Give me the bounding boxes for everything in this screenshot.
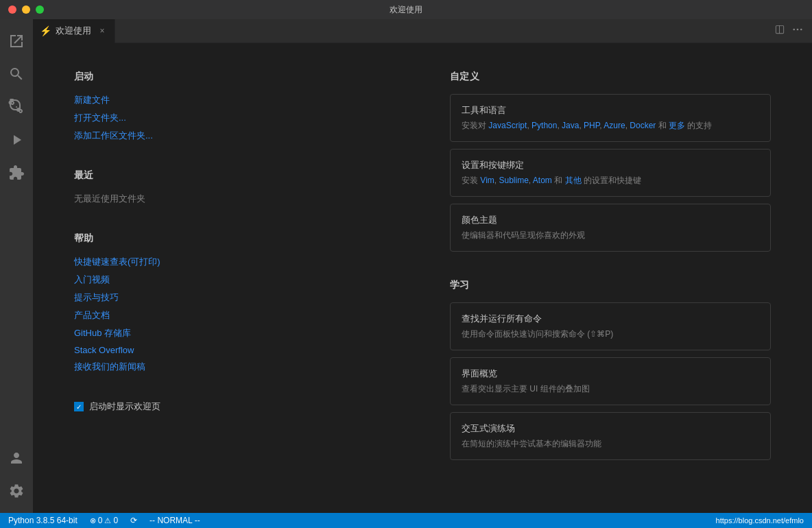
activity-run[interactable] — [0, 123, 33, 156]
interactive-playground-card[interactable]: 交互式演练场 在简短的演练中尝试基本的编辑器功能 — [450, 412, 771, 460]
help-title: 帮助 — [74, 232, 395, 245]
split-editor-button[interactable] — [772, 22, 787, 40]
activity-settings[interactable] — [0, 475, 33, 507]
tools-languages-desc: 安装对 JavaScript, Python, Java, PHP, Azure… — [462, 119, 759, 132]
activity-extensions[interactable] — [0, 156, 33, 189]
vim-mode-status[interactable]: -- NORMAL -- — [147, 516, 203, 525]
activity-explorer[interactable] — [0, 25, 33, 58]
shortcuts-link[interactable]: 快捷键速查表(可打印) — [74, 256, 395, 268]
newsletter-link[interactable]: 接收我们的新闻稿 — [74, 361, 395, 373]
svg-point-2 — [800, 29, 802, 31]
status-bar-left: Python 3.8.5 64-bit ⊗ 0 ⚠ 0 ⟳ -- NORMAL … — [5, 516, 203, 525]
main-content: ⚡ 欢迎使用 × 启动 新建文件 打开文件夹... — [33, 19, 812, 513]
checkbox-check-icon: ✓ — [76, 403, 82, 411]
find-run-commands-title: 查找并运行所有命令 — [462, 313, 759, 325]
interface-overview-card[interactable]: 界面概览 查看突出显示主要 UI 组件的叠加图 — [450, 357, 771, 405]
sync-status[interactable]: ⟳ — [128, 516, 140, 525]
activity-bottom — [0, 442, 33, 513]
new-file-link[interactable]: 新建文件 — [74, 94, 395, 106]
minimize-button[interactable] — [22, 5, 30, 14]
interface-overview-title: 界面概览 — [462, 368, 759, 380]
docs-link[interactable]: 产品文档 — [74, 309, 395, 322]
welcome-page: 启动 新建文件 打开文件夹... 添加工作区文件夹... 最近 无最近使用文件夹… — [33, 43, 812, 513]
more-actions-button[interactable] — [790, 22, 805, 40]
color-theme-card[interactable]: 颜色主题 使编辑器和代码呈现你喜欢的外观 — [450, 204, 771, 252]
settings-keybindings-desc: 安装 Vim, Sublime, Atom 和 其他 的设置和快捷键 — [462, 174, 759, 187]
svg-point-1 — [797, 29, 799, 31]
find-run-commands-desc: 使用命令面板快速访问和搜索命令 (⇧⌘P) — [462, 328, 759, 340]
url-text: https://blog.csdn.net/efmlo — [716, 516, 804, 525]
tools-languages-title: 工具和语言 — [462, 104, 759, 117]
activity-search[interactable] — [0, 58, 33, 91]
help-section: 帮助 快捷键速查表(可打印) 入门视频 提示与技巧 产品文档 GitHub 存储… — [74, 232, 395, 373]
welcome-tab[interactable]: ⚡ 欢迎使用 × — [33, 19, 115, 43]
interactive-playground-title: 交互式演练场 — [462, 422, 759, 435]
color-theme-title: 颜色主题 — [462, 214, 759, 226]
sync-icon: ⟳ — [130, 516, 137, 525]
tab-close-button[interactable]: × — [97, 25, 108, 36]
window-controls — [8, 5, 44, 14]
tab-bar: ⚡ 欢迎使用 × — [33, 19, 812, 43]
interface-overview-desc: 查看突出显示主要 UI 组件的叠加图 — [462, 383, 759, 395]
github-link[interactable]: GitHub 存储库 — [74, 327, 395, 339]
customize-title: 自定义 — [450, 71, 771, 83]
tab-label: 欢迎使用 — [56, 25, 91, 37]
settings-keybindings-title: 设置和按键绑定 — [462, 159, 759, 171]
url-status[interactable]: https://blog.csdn.net/efmlo — [713, 516, 807, 525]
warning-count: 0 — [113, 516, 118, 525]
tab-actions — [772, 22, 812, 40]
maximize-button[interactable] — [36, 5, 44, 14]
learn-title: 学习 — [450, 279, 771, 291]
settings-keybindings-card[interactable]: 设置和按键绑定 安装 Vim, Sublime, Atom 和 其他 的设置和快… — [450, 149, 771, 197]
show-welcome-checkbox-row[interactable]: ✓ 启动时显示欢迎页 — [74, 400, 395, 413]
interactive-playground-desc: 在简短的演练中尝试基本的编辑器功能 — [462, 437, 759, 450]
close-button[interactable] — [8, 5, 16, 14]
warning-icon: ⚠ — [104, 516, 111, 525]
intro-video-link[interactable]: 入门视频 — [74, 274, 395, 286]
window-title: 欢迎使用 — [390, 4, 422, 16]
recent-title: 最近 — [74, 169, 395, 182]
python-version-status[interactable]: Python 3.8.5 64-bit — [5, 516, 80, 525]
python-version-text: Python 3.8.5 64-bit — [8, 516, 77, 525]
recent-empty: 无最近使用文件夹 — [74, 193, 395, 205]
tab-icon: ⚡ — [40, 25, 51, 36]
activity-bar — [0, 19, 33, 513]
tools-languages-card[interactable]: 工具和语言 安装对 JavaScript, Python, Java, PHP,… — [450, 94, 771, 142]
vim-mode-text: -- NORMAL -- — [150, 516, 200, 525]
customize-section: 自定义 工具和语言 安装对 JavaScript, Python, Java, … — [450, 71, 771, 252]
recent-section: 最近 无最近使用文件夹 — [74, 169, 395, 205]
show-welcome-checkbox[interactable]: ✓ — [74, 402, 84, 411]
find-run-commands-card[interactable]: 查找并运行所有命令 使用命令面板快速访问和搜索命令 (⇧⌘P) — [450, 302, 771, 350]
error-icon: ⊗ — [90, 516, 96, 525]
left-column: 启动 新建文件 打开文件夹... 添加工作区文件夹... 最近 无最近使用文件夹… — [74, 71, 395, 488]
open-folder-link[interactable]: 打开文件夹... — [74, 112, 395, 124]
startup-section: 启动 新建文件 打开文件夹... 添加工作区文件夹... — [74, 71, 395, 142]
status-bar-right: https://blog.csdn.net/efmlo — [713, 516, 807, 525]
activity-account[interactable] — [0, 442, 33, 475]
stackoverflow-link[interactable]: Stack Overflow — [74, 345, 395, 355]
learn-section: 学习 查找并运行所有命令 使用命令面板快速访问和搜索命令 (⇧⌘P) 界面概览 … — [450, 279, 771, 460]
tips-link[interactable]: 提示与技巧 — [74, 291, 395, 304]
error-count: 0 — [98, 516, 103, 525]
add-workspace-link[interactable]: 添加工作区文件夹... — [74, 130, 395, 142]
status-bar: Python 3.8.5 64-bit ⊗ 0 ⚠ 0 ⟳ -- NORMAL … — [0, 513, 812, 528]
activity-source-control[interactable] — [0, 91, 33, 123]
show-welcome-label: 启动时显示欢迎页 — [89, 400, 160, 413]
errors-status[interactable]: ⊗ 0 ⚠ 0 — [87, 516, 121, 525]
right-column: 自定义 工具和语言 安装对 JavaScript, Python, Java, … — [450, 71, 771, 488]
title-bar: 欢迎使用 — [0, 0, 812, 19]
startup-title: 启动 — [74, 71, 395, 83]
app-body: ⚡ 欢迎使用 × 启动 新建文件 打开文件夹... — [0, 19, 812, 513]
svg-point-0 — [793, 29, 795, 31]
color-theme-desc: 使编辑器和代码呈现你喜欢的外观 — [462, 229, 759, 241]
